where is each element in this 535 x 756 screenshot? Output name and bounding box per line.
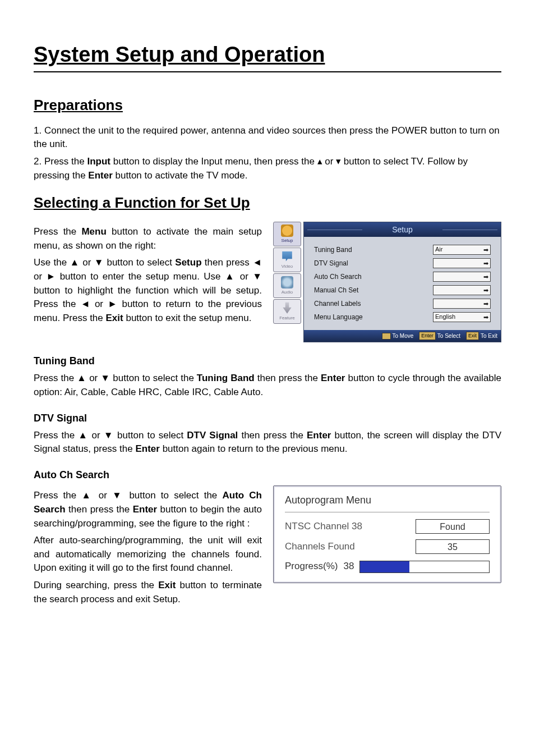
osd-tab-audio: Audio: [273, 273, 301, 298]
text: button to exit the setup menu.: [123, 313, 252, 323]
field: English ➡: [433, 312, 491, 322]
audio-icon: [281, 276, 293, 288]
field: ➡: [433, 272, 491, 282]
enter-word: Enter: [135, 443, 159, 454]
label: Menu Language: [314, 313, 433, 322]
heading-selecting: Selecting a Function for Set Up: [34, 193, 501, 214]
heading-auto-ch: Auto Ch Search: [34, 468, 501, 482]
label: Auto Ch Search: [314, 272, 433, 282]
text: During searching, press the: [34, 580, 158, 590]
text: Press the ▲ or ▼ button to select: [34, 430, 187, 441]
tuning-band-p: Press the ▲ or ▼ button to select the Tu…: [34, 372, 501, 399]
field: ➡: [433, 299, 491, 309]
footer-select: To Select: [437, 332, 460, 341]
text: Press the ▲ or ▼ button to select the: [34, 490, 222, 501]
autoprogram-row-channel: NTSC Channel 38 Found: [285, 519, 490, 534]
input-word: Input: [87, 156, 110, 167]
progress-label: Progress(%): [285, 560, 338, 574]
enter-word: Enter: [321, 373, 345, 383]
text: then press the: [66, 504, 133, 515]
value: English: [435, 313, 455, 322]
value-box: 35: [416, 539, 490, 554]
progress-bar: [359, 561, 490, 573]
arrow-right-icon: ➡: [483, 314, 488, 320]
arrow-right-icon: ➡: [483, 260, 488, 267]
auto-ch-p3: During searching, press the Exit button …: [34, 579, 262, 606]
autoprogram-progress-row: Progress(%) 38: [285, 560, 490, 574]
text: Use the ▲ or ▼ button to select: [34, 257, 175, 268]
footer-exit: To Exit: [481, 332, 497, 341]
field: ➡: [433, 285, 491, 295]
osd-row-tuning-band: Tuning Band Air ➡: [314, 245, 491, 255]
exit-word: Exit: [158, 580, 176, 590]
text: then press the: [255, 373, 321, 383]
text: 2. Press the: [34, 156, 87, 167]
video-icon: [281, 250, 293, 263]
dpad-icon: [382, 333, 391, 340]
arrow-right-icon: ➡: [483, 247, 488, 253]
autoprogram-title: Autoprogram Menu: [285, 493, 490, 507]
tab-label: Video: [282, 263, 293, 270]
bold: Tuning Band: [197, 373, 255, 383]
label: Tuning Band: [314, 245, 433, 255]
heading-preparations: Preparations: [34, 95, 501, 116]
osd-row-auto-ch: Auto Ch Search ➡: [314, 272, 491, 282]
osd-title: Setup: [304, 222, 501, 237]
label: Channel Labels: [314, 299, 433, 309]
arrow-right-icon: ➡: [483, 274, 488, 280]
feature-icon: [281, 302, 293, 314]
auto-ch-p1: Press the ▲ or ▼ button to select the Au…: [34, 489, 262, 530]
setup-word: Setup: [175, 257, 201, 268]
progress-fill: [360, 561, 409, 572]
bold: DTV Signal: [187, 430, 238, 441]
heading-dtv-signal: DTV Signal: [34, 411, 501, 425]
value: Air: [435, 245, 442, 254]
label: NTSC Channel 38: [285, 520, 405, 534]
osd-row-manual-ch: Manual Ch Set ➡: [314, 285, 491, 295]
menu-word: Menu: [81, 226, 106, 237]
gear-icon: [281, 224, 293, 237]
autoprogram-dialog: Autoprogram Menu NTSC Channel 38 Found C…: [273, 485, 501, 583]
enter-word: Enter: [133, 504, 157, 515]
osd-tab-feature: Feature: [273, 299, 301, 324]
exit-chip: Exit: [466, 332, 479, 340]
page-title: System Setup and Operation: [34, 39, 501, 72]
heading-tuning-band: Tuning Band: [34, 354, 501, 368]
label: Channels Found: [285, 540, 405, 554]
label: DTV Signal: [314, 259, 433, 268]
footer-move: To Move: [393, 332, 414, 341]
value-box: Found: [416, 519, 490, 534]
enter-word: Enter: [88, 170, 112, 181]
osd-tab-setup: Setup: [273, 222, 301, 246]
prep-step-2: 2. Press the Input button to display the…: [34, 155, 501, 182]
progress-value: 38: [343, 560, 354, 574]
field: ➡: [433, 258, 491, 268]
tab-label: Audio: [282, 289, 293, 296]
osd-row-channel-labels: Channel Labels ➡: [314, 299, 491, 309]
setup-osd-screenshot: Setup Video Audio Feature Setup: [273, 222, 501, 342]
text: 1. Connect the unit to the required powe…: [34, 125, 500, 150]
auto-ch-p2: After auto-searching/programming, the un…: [34, 534, 262, 575]
enter-chip: Enter: [419, 332, 436, 340]
osd-footer: To Move EnterTo Select ExitTo Exit: [304, 330, 501, 342]
osd-row-menu-language: Menu Language English ➡: [314, 312, 491, 322]
label: Manual Ch Set: [314, 286, 433, 295]
exit-word: Exit: [106, 313, 123, 323]
osd-tab-video: Video: [273, 248, 301, 272]
divider: [285, 512, 490, 512]
text: button again to return to the previous m…: [160, 443, 348, 454]
autoprogram-row-found: Channels Found 35: [285, 539, 490, 554]
dtv-signal-p: Press the ▲ or ▼ button to select DTV Si…: [34, 429, 501, 456]
enter-word: Enter: [307, 430, 331, 441]
tab-label: Setup: [282, 237, 293, 244]
text: Press the ▲ or ▼ button to select the: [34, 373, 197, 383]
prep-step-1: 1. Connect the unit to the required powe…: [34, 124, 501, 152]
text: button to activate the TV mode.: [113, 170, 248, 181]
field: Air ➡: [433, 245, 491, 255]
selecting-p1: Press the Menu button to activate the ma…: [34, 225, 262, 253]
tab-label: Feature: [279, 315, 295, 322]
text: Press the: [34, 226, 81, 237]
selecting-p2: Use the ▲ or ▼ button to select Setup th…: [34, 256, 262, 325]
text: then press the: [238, 430, 307, 441]
arrow-right-icon: ➡: [483, 301, 488, 307]
